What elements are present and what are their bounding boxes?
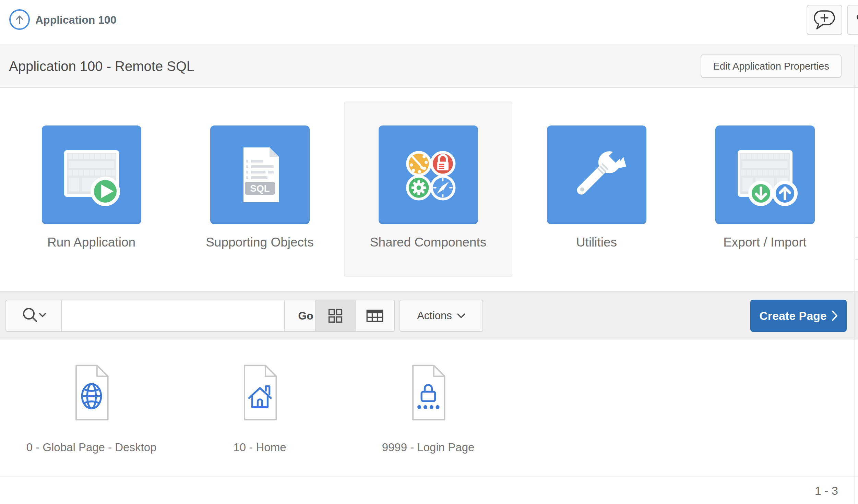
export-import-icon [715, 125, 815, 224]
adjacent-header-strip [855, 45, 858, 88]
partial-icon [857, 14, 858, 20]
page-item-home[interactable]: 10 - Home [176, 339, 344, 454]
tile-label: Run Application [47, 235, 135, 250]
sql-badge-text: SQL [250, 183, 270, 194]
up-arrow-circle-button[interactable] [9, 9, 30, 30]
icon-view-toggle-button[interactable] [315, 300, 356, 332]
home-document-icon [237, 363, 283, 422]
actions-label: Actions [417, 310, 452, 322]
page-label: 0 - Global Page - Desktop [26, 441, 157, 454]
tile-label: Utilities [576, 235, 617, 250]
adjacent-divider [855, 237, 858, 238]
tile-utilities[interactable]: Utilities [512, 101, 681, 277]
app-title: Application 100 [35, 0, 117, 40]
chevron-right-icon [832, 310, 838, 321]
globe-document-icon [69, 363, 114, 422]
wrench-icon [547, 125, 646, 224]
grid-view-icon [327, 308, 343, 324]
tile-run-application[interactable]: Run Application [7, 101, 176, 277]
pages-footer: 1 - 3 [0, 477, 855, 504]
application-tiles-region: Run Application SQL Supporting Objects [0, 88, 855, 291]
lock-document-icon [406, 363, 451, 422]
add-comment-button[interactable] [807, 5, 842, 35]
create-page-label: Create Page [759, 309, 827, 323]
tile-shared-components[interactable]: Shared Components [344, 101, 512, 277]
report-view-toggle-button[interactable] [356, 300, 395, 332]
shared-components-icon [379, 125, 478, 224]
run-application-icon [42, 125, 141, 224]
adjacent-panel-edge [855, 45, 858, 504]
chevron-down-icon [457, 313, 466, 319]
app-bar: Application 100 [0, 0, 855, 45]
tile-label: Supporting Objects [206, 235, 314, 250]
pagination-range: 1 - 3 [815, 477, 838, 504]
partial-icon-button[interactable] [847, 5, 858, 35]
comment-bubble-plus-icon [813, 10, 836, 30]
tile-label: Export / Import [723, 235, 807, 250]
create-page-button[interactable]: Create Page [750, 300, 847, 332]
adjacent-divider [855, 477, 858, 477]
page-item-global-page[interactable]: 0 - Global Page - Desktop [7, 339, 176, 454]
pages-toolbar: Go Actions Create Page [0, 291, 855, 339]
tile-label: Shared Components [370, 235, 486, 250]
pages-grid: 0 - Global Page - Desktop 10 - Home [0, 339, 855, 477]
page-item-login-page[interactable]: 9999 - Login Page [344, 339, 512, 454]
adjacent-divider [855, 259, 858, 260]
sql-file-icon: SQL [210, 125, 310, 224]
edit-application-properties-button[interactable]: Edit Application Properties [701, 55, 842, 78]
page-label: 10 - Home [233, 441, 286, 454]
page-title: Application 100 - Remote SQL [9, 45, 194, 87]
page-label: 9999 - Login Page [382, 441, 475, 454]
search-input[interactable] [62, 300, 285, 332]
actions-menu-button[interactable]: Actions [400, 300, 483, 332]
adjacent-toolbar-strip [855, 291, 858, 339]
tile-supporting-objects[interactable]: SQL Supporting Objects [176, 101, 344, 277]
page-header-bar: Application 100 - Remote SQL Edit Applic… [0, 45, 855, 88]
tile-export-import[interactable]: Export / Import [681, 101, 849, 277]
search-options-button[interactable] [5, 300, 62, 332]
report-view-icon [366, 308, 384, 323]
up-arrow-icon [12, 12, 27, 27]
search-icon [16, 305, 51, 327]
